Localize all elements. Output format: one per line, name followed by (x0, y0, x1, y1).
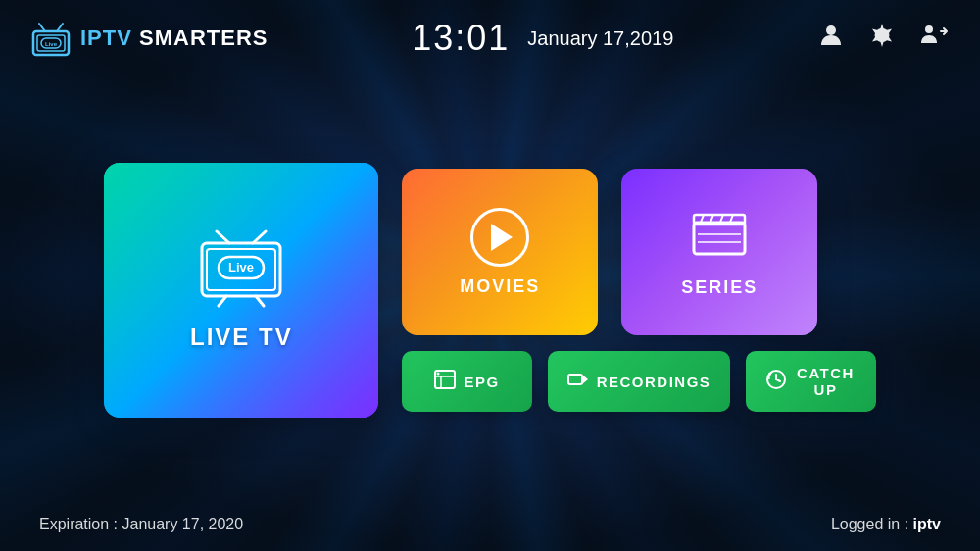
recordings-button[interactable]: RECORDINGS (548, 351, 731, 412)
footer: Expiration : January 17, 2020 Logged in … (0, 502, 980, 551)
time-display: 13:01 (412, 18, 510, 59)
main-area: Live LIVE TV MOVIES (0, 69, 980, 502)
svg-rect-29 (568, 375, 582, 384)
series-card[interactable]: SERIES (621, 169, 817, 335)
right-column: MOVIES (402, 169, 875, 412)
logo-text: IPTV SMARTERS (80, 25, 268, 51)
profile-icon[interactable] (817, 22, 845, 56)
svg-line-13 (217, 231, 229, 243)
live-tv-icon: Live (197, 229, 285, 312)
svg-point-6 (826, 25, 836, 35)
logged-in-user: iptv (913, 516, 941, 532)
logo-icon: Live (29, 22, 73, 55)
catch-up-label: CATCH UP (795, 365, 856, 398)
svg-rect-17 (694, 223, 745, 254)
svg-line-14 (253, 231, 266, 243)
epg-label: EPG (464, 374, 499, 390)
catch-up-icon (765, 369, 787, 395)
logged-in-prefix: Logged in : (831, 516, 913, 532)
epg-icon (434, 370, 456, 394)
movies-card[interactable]: MOVIES (402, 169, 598, 335)
header: Live IPTV SMARTERS 13:01 January 17,2019 (0, 0, 980, 69)
top-cards: MOVIES (402, 169, 875, 335)
settings-icon[interactable] (868, 22, 896, 56)
movies-label: MOVIES (460, 276, 540, 297)
bottom-buttons: EPG RECORDINGS (402, 351, 875, 412)
logo-area: Live IPTV SMARTERS (29, 22, 268, 55)
play-triangle-icon (491, 224, 513, 251)
expiration-prefix: Expiration : (39, 516, 122, 532)
svg-text:Live: Live (45, 41, 58, 47)
header-center: 13:01 January 17,2019 (287, 18, 798, 59)
logged-in-text: Logged in : iptv (831, 516, 941, 533)
header-icons (817, 22, 951, 56)
expiration-date: January 17, 2020 (122, 516, 243, 532)
svg-marker-30 (582, 375, 588, 384)
live-tv-label: LIVE TV (190, 324, 293, 351)
expiration-text: Expiration : January 17, 2020 (39, 516, 243, 533)
date-display: January 17,2019 (527, 27, 673, 50)
logo-prefix: IPTV (80, 25, 132, 50)
recordings-label: RECORDINGS (597, 374, 711, 390)
svg-point-28 (437, 372, 440, 375)
live-tv-card[interactable]: Live LIVE TV (104, 163, 378, 418)
recordings-icon (567, 371, 589, 393)
logo-suffix: SMARTERS (139, 25, 268, 50)
play-circle-icon (470, 208, 529, 267)
switch-user-icon[interactable] (919, 22, 951, 56)
svg-text:Live: Live (228, 260, 254, 275)
series-label: SERIES (681, 277, 758, 298)
epg-button[interactable]: EPG (402, 351, 531, 412)
svg-point-8 (925, 25, 933, 33)
catch-up-button[interactable]: CATCH UP (746, 351, 875, 412)
clapperboard-icon (690, 207, 749, 270)
